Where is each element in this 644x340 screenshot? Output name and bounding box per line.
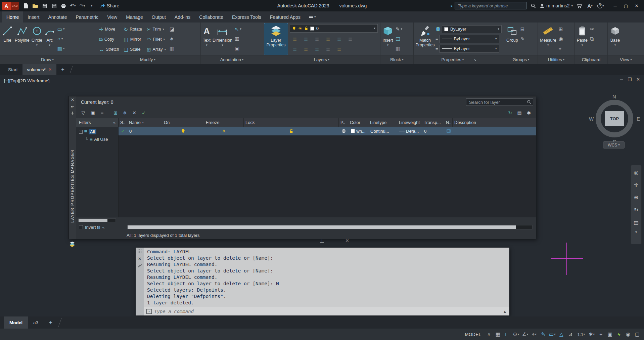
app-store-button[interactable]: A▾ bbox=[586, 1, 594, 10]
viewcube-east[interactable]: E bbox=[637, 116, 640, 122]
file-tab-start[interactable]: Start bbox=[3, 64, 22, 75]
line-button[interactable]: Line bbox=[1, 23, 14, 55]
command-options-icon[interactable]: ▾ bbox=[146, 309, 152, 314]
app-menu-button[interactable]: A CAD bbox=[2, 2, 19, 10]
col-linetype[interactable]: Linetype bbox=[368, 118, 397, 127]
layer-lock-cell[interactable] bbox=[244, 127, 339, 135]
palette-close-icon[interactable]: ✕ bbox=[69, 96, 76, 103]
command-customize-wrench-icon[interactable] bbox=[138, 263, 142, 268]
filter-all[interactable]: − ≣ All bbox=[79, 128, 118, 135]
table-button[interactable]: ▦ bbox=[233, 34, 243, 43]
base-button[interactable]: Base ▾ bbox=[609, 23, 622, 55]
model-tab[interactable]: Model bbox=[4, 316, 28, 329]
layer-row-0[interactable]: ✓ 0 ☀ wh... Continu... Defa... 0 bbox=[119, 127, 536, 135]
ribbon-tab-featured-apps[interactable]: Featured Apps bbox=[266, 11, 305, 23]
layer-lineweight-cell[interactable]: Defa... bbox=[397, 127, 422, 135]
qat-customize-button[interactable]: ▾ bbox=[87, 1, 96, 10]
isolate-objects-icon[interactable]: ◉ bbox=[624, 330, 632, 339]
array-button[interactable]: ⊞Array▾ bbox=[144, 44, 168, 54]
orbit-icon[interactable]: ↻ bbox=[631, 204, 641, 216]
new-layer-vp-frozen-icon[interactable]: ❄ bbox=[121, 109, 129, 117]
col-on[interactable]: On bbox=[162, 118, 204, 127]
copy-clip-button[interactable]: ⧉ bbox=[589, 34, 596, 43]
wcs-button[interactable]: WCS ▾ bbox=[603, 141, 625, 148]
layer-table-empty-area[interactable] bbox=[119, 135, 536, 217]
mirror-button[interactable]: ◫Mirror bbox=[122, 34, 144, 44]
ribbon-tab-view[interactable]: View bbox=[103, 11, 122, 23]
cart-button[interactable] bbox=[575, 1, 584, 10]
layer-table-scrollbar[interactable] bbox=[127, 225, 533, 229]
match-properties-button[interactable]: Match Properties bbox=[415, 23, 435, 55]
viewport-controls[interactable]: [−][Top][2D Wireframe] bbox=[4, 78, 49, 83]
cut-button[interactable]: ✂ bbox=[589, 25, 596, 34]
layout-tab-a3[interactable]: a3 bbox=[28, 316, 44, 329]
group-edit-button[interactable]: ✎ bbox=[519, 34, 526, 43]
dynamic-ucs-icon[interactable]: ⊿ bbox=[566, 330, 574, 339]
panel-title-block[interactable]: Block▾ bbox=[380, 55, 413, 64]
file-tab-close-icon[interactable]: ✕ bbox=[48, 67, 52, 72]
viewcube-north[interactable]: N bbox=[612, 94, 616, 99]
circle-button[interactable]: Circle ▾ bbox=[31, 23, 43, 55]
new-group-filter-icon[interactable]: ▣ bbox=[88, 109, 97, 117]
ellipse-button[interactable]: ○▾ bbox=[56, 34, 66, 43]
drawing-canvas[interactable]: [−][Top][2D Wireframe] ─ ❐ ✕ N W E S TOP… bbox=[0, 75, 644, 316]
save-as-button[interactable] bbox=[50, 1, 58, 10]
paste-button[interactable]: Paste ▾ bbox=[576, 23, 589, 55]
share-button[interactable]: Share bbox=[97, 3, 123, 8]
pan-icon[interactable]: ✛ bbox=[631, 179, 641, 191]
layer-match-button[interactable]: ≣ bbox=[334, 34, 344, 44]
open-file-button[interactable] bbox=[31, 1, 40, 10]
undo-button[interactable]: ↶▾ bbox=[68, 1, 77, 10]
palette-properties-icon[interactable]: ✛ bbox=[69, 110, 76, 117]
grid-icon[interactable]: # bbox=[485, 330, 493, 339]
measure-button[interactable]: Measure ▾ bbox=[539, 23, 557, 55]
palette-autohide-icon[interactable]: ⇤ bbox=[69, 103, 76, 110]
drawing-restore-icon[interactable]: ❐ bbox=[628, 77, 632, 82]
layer-freeze-cell[interactable]: ☀ bbox=[204, 127, 244, 135]
command-history-up-icon[interactable]: ▲ bbox=[503, 309, 507, 313]
layer-control-dropdown[interactable]: ☀ 0 ▾ bbox=[290, 24, 378, 33]
file-tab-volumes[interactable]: volumes* ✕ bbox=[22, 64, 57, 75]
layer-lock-button[interactable]: ≣ bbox=[323, 34, 333, 44]
erase-button[interactable]: ◪ bbox=[168, 25, 176, 34]
layer-off-button[interactable]: ≣ bbox=[290, 34, 300, 44]
panel-title-annotation[interactable]: Annotation▾ bbox=[201, 55, 263, 64]
layer-search-input[interactable] bbox=[466, 98, 533, 106]
layer-properties-button[interactable]: Layer Properties bbox=[264, 23, 288, 55]
create-block-button[interactable]: ▤ bbox=[394, 34, 404, 43]
col-color[interactable]: Color bbox=[348, 118, 368, 127]
layer-palette-icon[interactable] bbox=[69, 241, 75, 248]
ribbon-tab-output[interactable]: Output bbox=[147, 11, 170, 23]
layer-on-cell[interactable] bbox=[162, 127, 204, 135]
ortho-mode-icon[interactable]: ∟ bbox=[503, 330, 511, 339]
layer-walk-button[interactable]: ≣ bbox=[334, 44, 344, 54]
insert-button[interactable]: Insert ▾ bbox=[381, 23, 394, 55]
modify-more-button[interactable]: ▥ bbox=[168, 44, 176, 53]
hatch-button[interactable]: ▨▾ bbox=[56, 44, 66, 53]
leader-button[interactable]: ↖▾ bbox=[233, 25, 243, 34]
object-snap-tracking-icon[interactable]: ⌖▾ bbox=[530, 330, 538, 339]
panel-title-view[interactable]: View▾ bbox=[608, 55, 644, 64]
minimize-button[interactable]: ─ bbox=[610, 0, 620, 11]
layer-states-manager-icon[interactable]: ≡ bbox=[98, 109, 106, 117]
layer-search-icon[interactable] bbox=[527, 100, 532, 104]
selection-cycling-icon[interactable]: ▭▾ bbox=[548, 330, 556, 339]
search-collapse-icon[interactable]: ▸ bbox=[451, 4, 453, 8]
new-drawing-tab-button[interactable]: + bbox=[56, 64, 69, 75]
command-input[interactable] bbox=[154, 309, 501, 314]
col-transparency[interactable]: Transp... bbox=[422, 118, 444, 127]
invert-filter-toggle[interactable]: Invert fil « bbox=[76, 225, 127, 230]
redo-button[interactable]: ↷▾ bbox=[78, 1, 87, 10]
ribbon-tab-manage[interactable]: Manage bbox=[122, 11, 147, 23]
linetype-dropdown[interactable]: ByLayer ▾ bbox=[440, 45, 499, 53]
panel-title-properties[interactable]: Properties▾↘ bbox=[414, 55, 504, 64]
ribbon-tab-annotate[interactable]: Annotate bbox=[44, 11, 71, 23]
rotate-button[interactable]: ↻Rotate bbox=[122, 24, 144, 34]
showmotion-icon[interactable]: ▤ bbox=[631, 216, 641, 228]
layer-isolate-button[interactable]: ≣ bbox=[301, 34, 311, 44]
annotation-monitor-icon[interactable]: ＋ bbox=[597, 330, 605, 339]
refresh-icon[interactable]: ↻ bbox=[506, 109, 514, 117]
layer-color-cell[interactable]: wh... bbox=[348, 127, 368, 135]
layer-plot-cell[interactable] bbox=[339, 127, 348, 135]
panel-title-clipboard[interactable]: Clipboard bbox=[575, 55, 607, 64]
